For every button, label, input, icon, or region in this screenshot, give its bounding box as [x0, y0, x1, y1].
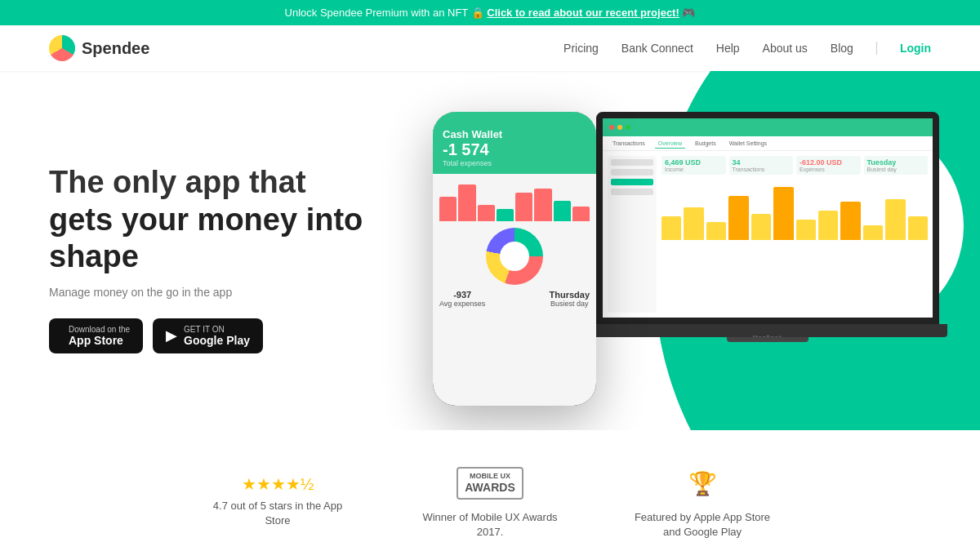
- laptop-mockup: Transactions Overview Budgets Wallet Set…: [596, 112, 939, 337]
- laptop-topbar: [603, 118, 933, 136]
- stat-avg-label: Avg expenses: [439, 300, 485, 308]
- bar-2: [458, 184, 475, 221]
- laptop-content: 6,469 USD Income 34 Transactions -612.00…: [603, 151, 933, 318]
- sidebar-item-active: [611, 179, 653, 185]
- hero-section: The only app that gets your money into s…: [0, 71, 980, 430]
- phone-title: Cash Wallet: [443, 128, 586, 140]
- bar-8: [572, 207, 590, 221]
- hero-devices: Cash Wallet -1 574 Total expenses: [392, 104, 931, 414]
- ls-bar-11: [885, 199, 905, 240]
- banner-text: Unlock Spendee Premium with an NFT 🔒: [285, 7, 488, 19]
- hero-text-block: The only app that gets your money into s…: [49, 164, 392, 353]
- nav-login[interactable]: Login: [900, 42, 931, 55]
- bar-1: [439, 197, 457, 221]
- sidebar-item-3: [611, 189, 653, 195]
- banner-link[interactable]: Click to read about our recent project!: [487, 7, 679, 19]
- ux-badge-line1: MOBILE UX: [470, 472, 510, 480]
- ls-bar-7: [796, 220, 816, 240]
- laptop-nav: Transactions Overview Budgets Wallet Set…: [603, 136, 933, 151]
- hero-headline-bold: gets your money into shape: [49, 202, 363, 274]
- laptop-nav-transactions: Transactions: [609, 139, 648, 148]
- stat-box-val-4: Tuesday: [867, 158, 925, 167]
- stat-box-3: -612.00 USD Expenses: [796, 156, 861, 175]
- phone-body: -937 Avg expenses Thursday Busiest day: [433, 174, 596, 314]
- app-store-main: App Store: [69, 334, 130, 347]
- stat-box-label-3: Expenses: [800, 167, 858, 172]
- stat-box-label-1: Income: [665, 167, 723, 172]
- laptop-nav-wallet: Wallet Settings: [726, 139, 770, 148]
- hero-headline-normal: The only app that: [49, 165, 306, 199]
- stat-box-1: 6,469 USD Income: [662, 156, 726, 175]
- awards-section: ★★★★½ 4.7 out of 5 stars in the App Stor…: [0, 430, 980, 551]
- stat-avg-expenses: -937 Avg expenses: [439, 290, 485, 308]
- mini-bars-chart: [439, 180, 590, 221]
- bar-6: [534, 189, 551, 221]
- ux-badge-line2: AWARDS: [465, 481, 514, 495]
- banner-emoji: 🎮: [682, 7, 695, 19]
- nav-divider: [876, 42, 877, 55]
- ux-award-badge: MOBILE UX AWARDS: [466, 463, 514, 504]
- app-store-button[interactable]: Download on the App Store: [49, 318, 143, 353]
- donut-chart: [439, 228, 590, 285]
- stat-busiest-val: Thursday: [549, 290, 590, 300]
- google-play-button[interactable]: ▶ GET IT ON Google Play: [153, 318, 263, 353]
- laptop-base: MacBook: [588, 324, 947, 337]
- stat-box-label-2: Transactions: [733, 167, 791, 172]
- award-apple-text: Featured by Apple App Store and Google P…: [629, 510, 776, 540]
- nav-bank-connect[interactable]: Bank Connect: [621, 42, 693, 55]
- ls-bar-4: [728, 196, 748, 240]
- hero-subtitle: Manage money on the go in the app: [49, 286, 392, 299]
- laurel-badge: 🏆: [678, 463, 727, 504]
- phone-header: Cash Wallet -1 574 Total expenses: [433, 112, 596, 174]
- logo-icon: [49, 35, 75, 61]
- ls-bar-1: [662, 216, 681, 240]
- laptop-bar-chart: [662, 178, 928, 243]
- ls-bar-9: [840, 202, 860, 240]
- stat-box-val-1: 6,469 USD: [665, 158, 723, 167]
- ux-badge-box: MOBILE UX AWARDS: [457, 467, 523, 500]
- award-stars: ★★★★½ 4.7 out of 5 stars in the App Stor…: [204, 474, 351, 528]
- phone-amount-label: Total expenses: [443, 159, 586, 167]
- logo-text: Spendee: [82, 39, 149, 58]
- laptop-sidebar: [608, 156, 657, 313]
- phone-stats: -937 Avg expenses Thursday Busiest day: [439, 290, 590, 308]
- stat-box-val-2: 34: [733, 158, 791, 167]
- laptop-main: 6,469 USD Income 34 Transactions -612.00…: [662, 156, 928, 313]
- phone-mockup: Cash Wallet -1 574 Total expenses: [433, 112, 596, 406]
- play-icon: ▶: [166, 327, 177, 344]
- nav-blog[interactable]: Blog: [831, 42, 853, 55]
- store-buttons: Download on the App Store ▶ GET IT ON Go…: [49, 318, 392, 353]
- laptop-screen: Transactions Overview Budgets Wallet Set…: [596, 112, 939, 324]
- laurel-icon: 🏆: [688, 470, 717, 497]
- bar-7: [554, 201, 571, 221]
- ls-bar-2: [684, 207, 703, 240]
- nav-pricing[interactable]: Pricing: [564, 42, 599, 55]
- award-ux: MOBILE UX AWARDS Winner of Mobile UX Awa…: [416, 463, 564, 540]
- app-store-sub: Download on the: [69, 325, 130, 334]
- logo[interactable]: Spendee: [49, 35, 149, 61]
- stat-box-4: Tuesday Busiest day: [864, 156, 929, 175]
- award-apple: 🏆 Featured by Apple App Store and Google…: [629, 463, 776, 540]
- sidebar-item-2: [611, 169, 653, 176]
- sidebar-item-1: [611, 159, 653, 166]
- hero-headline: The only app that gets your money into s…: [49, 164, 392, 276]
- ls-bar-3: [706, 222, 726, 240]
- navbar: Spendee Pricing Bank Connect Help About …: [0, 25, 980, 71]
- bar-3: [478, 205, 495, 221]
- ls-bar-12: [908, 216, 928, 240]
- donut-visual: [486, 228, 543, 285]
- dot-red: [609, 125, 614, 130]
- google-play-sub: GET IT ON: [184, 325, 250, 334]
- ls-bar-10: [863, 225, 883, 240]
- stat-box-val-3: -612.00 USD: [800, 158, 858, 167]
- stat-busiest-day: Thursday Busiest day: [549, 290, 590, 308]
- laptop-nav-overview[interactable]: Overview: [655, 139, 685, 149]
- macbook-label: MacBook: [753, 335, 782, 340]
- top-banner: Unlock Spendee Premium with an NFT 🔒 Cli…: [0, 0, 980, 25]
- nav-links: Pricing Bank Connect Help About us Blog …: [564, 41, 931, 56]
- stat-avg-val: -937: [439, 290, 485, 300]
- nav-help[interactable]: Help: [716, 42, 740, 55]
- bar-5: [515, 193, 532, 221]
- nav-about[interactable]: About us: [763, 42, 808, 55]
- stars-rating: ★★★★½: [204, 474, 351, 494]
